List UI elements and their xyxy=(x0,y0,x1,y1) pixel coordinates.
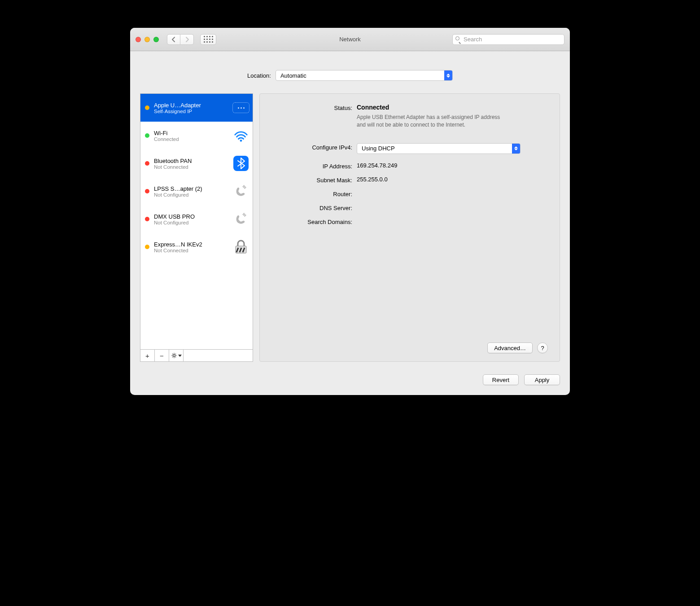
configure-ipv4-row: Configure IPv4: Using DHCP xyxy=(268,143,548,154)
service-name: Bluetooth PAN xyxy=(154,158,228,164)
status-dot-icon xyxy=(145,105,149,110)
zoom-button[interactable] xyxy=(153,37,159,42)
sidebar-actions-spacer xyxy=(184,350,253,361)
back-button[interactable] xyxy=(167,34,180,45)
select-chevrons-icon xyxy=(512,144,520,154)
service-status: Self-Assigned IP xyxy=(154,109,228,114)
phone-icon xyxy=(233,183,249,199)
network-preferences-window: Network Location: Automatic xyxy=(130,28,570,395)
status-label: Status: xyxy=(268,104,357,111)
chevron-down-icon xyxy=(178,355,182,357)
configure-ipv4-value: Using DHCP xyxy=(357,145,399,152)
ip-address-value: 169.254.78.249 xyxy=(357,162,548,169)
service-status: Not Configured xyxy=(154,192,228,198)
sidebar-actions: + − xyxy=(140,349,253,362)
location-row: Location: Automatic xyxy=(140,70,560,81)
service-status: Not Connected xyxy=(154,164,228,170)
remove-service-button[interactable]: − xyxy=(155,350,169,361)
service-name: Wi-Fi xyxy=(154,130,228,136)
dns-server-label: DNS Server: xyxy=(268,204,357,211)
ip-address-row: IP Address: 169.254.78.249 xyxy=(268,162,548,170)
status-value: Connected xyxy=(357,104,548,111)
forward-button[interactable] xyxy=(180,34,194,45)
service-item-expressvpn[interactable]: Express…N IKEv2 Not Connected xyxy=(140,233,253,261)
svg-line-11 xyxy=(175,357,175,357)
minimize-button[interactable] xyxy=(144,37,150,42)
router-row: Router: xyxy=(268,190,548,198)
status-dot-icon xyxy=(145,161,149,166)
status-dot-icon xyxy=(145,189,149,193)
service-item-apple-usb-adapter[interactable]: Apple U…Adapter Self-Assigned IP xyxy=(140,94,253,122)
status-dot-icon xyxy=(145,245,149,249)
bluetooth-icon xyxy=(233,155,249,171)
show-all-button[interactable] xyxy=(200,34,216,45)
ethernet-icon xyxy=(233,100,249,116)
dns-server-row: DNS Server: xyxy=(268,204,548,211)
location-value: Automatic xyxy=(276,72,311,79)
traffic-lights xyxy=(136,37,159,42)
router-label: Router: xyxy=(268,190,357,198)
service-status: Not Connected xyxy=(154,248,228,253)
status-description: Apple USB Ethernet Adapter has a self-as… xyxy=(357,114,500,129)
bottom-buttons: Revert Apply xyxy=(140,374,560,385)
lock-icon xyxy=(233,239,249,255)
service-name: DMX USB PRO xyxy=(154,213,228,220)
search-domains-label: Search Domains: xyxy=(268,218,357,225)
subnet-mask-row: Subnet Mask: 255.255.0.0 xyxy=(268,176,548,184)
service-actions-menu[interactable] xyxy=(169,350,184,361)
svg-line-12 xyxy=(172,357,172,357)
titlebar: Network xyxy=(130,28,570,51)
wifi-icon xyxy=(233,127,249,144)
phone-icon xyxy=(233,211,249,227)
apply-button[interactable]: Apply xyxy=(524,374,560,385)
service-name: Express…N IKEv2 xyxy=(154,241,228,248)
status-row: Status: Connected Apple USB Ethernet Ada… xyxy=(268,104,548,129)
service-status: Not Configured xyxy=(154,220,228,225)
service-name: LPSS S…apter (2) xyxy=(154,185,228,192)
status-dot-icon xyxy=(145,133,149,138)
subnet-mask-value: 255.255.0.0 xyxy=(357,176,548,183)
service-status: Connected xyxy=(154,136,228,142)
svg-line-10 xyxy=(172,354,172,354)
location-select[interactable]: Automatic xyxy=(276,70,453,81)
service-name: Apple U…Adapter xyxy=(154,102,228,109)
help-button[interactable]: ? xyxy=(537,343,548,353)
close-button[interactable] xyxy=(136,37,141,42)
svg-line-13 xyxy=(175,354,175,354)
grid-icon xyxy=(204,36,213,43)
revert-button[interactable]: Revert xyxy=(483,374,519,385)
location-label: Location: xyxy=(247,72,271,79)
content: Location: Automatic Apple U…Adapter Self… xyxy=(130,51,570,395)
sidebar: Apple U…Adapter Self-Assigned IP Wi-Fi C… xyxy=(140,93,253,362)
subnet-mask-label: Subnet Mask: xyxy=(268,176,357,184)
detail-footer: Advanced… ? xyxy=(268,343,548,353)
service-item-wifi[interactable]: Wi-Fi Connected xyxy=(140,122,253,149)
search-field-wrap[interactable] xyxy=(452,34,564,45)
status-dot-icon xyxy=(145,217,149,221)
nav-buttons xyxy=(167,34,194,45)
detail-panel: Status: Connected Apple USB Ethernet Ada… xyxy=(259,93,560,362)
search-icon xyxy=(455,36,461,42)
configure-ipv4-label: Configure IPv4: xyxy=(268,143,357,151)
add-service-button[interactable]: + xyxy=(140,350,155,361)
service-item-bluetooth-pan[interactable]: Bluetooth PAN Not Connected xyxy=(140,149,253,177)
main-row: Apple U…Adapter Self-Assigned IP Wi-Fi C… xyxy=(140,93,560,362)
service-item-lpss-serial[interactable]: LPSS S…apter (2) Not Configured xyxy=(140,177,253,205)
service-item-dmx-usb-pro[interactable]: DMX USB PRO Not Configured xyxy=(140,205,253,233)
search-input[interactable] xyxy=(464,36,561,43)
svg-point-0 xyxy=(240,140,242,142)
select-chevrons-icon xyxy=(444,70,452,80)
advanced-button[interactable]: Advanced… xyxy=(487,343,533,353)
configure-ipv4-select[interactable]: Using DHCP xyxy=(357,143,521,154)
service-list: Apple U…Adapter Self-Assigned IP Wi-Fi C… xyxy=(140,93,253,349)
ip-address-label: IP Address: xyxy=(268,162,357,170)
search-domains-row: Search Domains: xyxy=(268,218,548,225)
gear-icon xyxy=(171,352,177,359)
svg-point-5 xyxy=(173,355,175,357)
